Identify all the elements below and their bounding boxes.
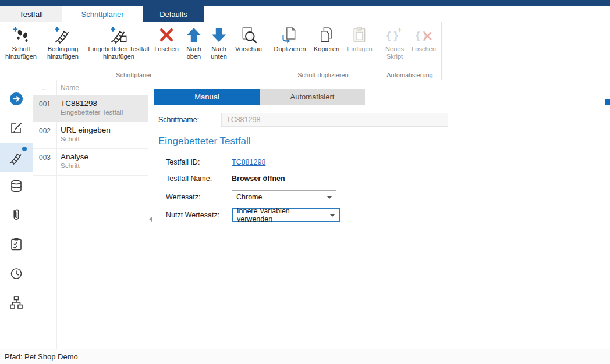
duplicate-icon — [281, 26, 299, 44]
arrow-down-icon — [210, 26, 228, 44]
chevron-down-icon — [330, 214, 335, 217]
ribbon-button-nach-unten[interactable]: Nach unten — [206, 22, 232, 71]
wertesatz-selected-value: Chrome — [236, 193, 262, 201]
schrittname-row: Schrittname: — [158, 113, 610, 127]
ribbon-button-label: Duplizieren — [271, 45, 309, 53]
testfall-id-link[interactable]: TC881298 — [232, 158, 265, 166]
tab-automatisiert[interactable]: Automatisiert — [260, 89, 365, 105]
title-bar — [0, 0, 610, 6]
ribbon-group-label: Automatisierung — [381, 71, 439, 80]
ribbon-group-label: Schritt duplizieren — [271, 71, 375, 80]
column-header-name: Name — [56, 84, 79, 92]
ribbon-group-schrittplaner: Schritt hinzufügen Bedingung hinzufüge — [0, 22, 268, 80]
ribbon-button-label: Eingebetteten Testfall hinzufügen — [86, 45, 151, 60]
hierarchy-icon — [9, 295, 24, 312]
ribbon-button-label: Löschen — [151, 45, 182, 53]
step-list-panel: ... Name 001 TC881298 Eingebetteter Test… — [33, 80, 148, 349]
step-subtitle: Schritt — [61, 135, 111, 142]
step-row-001[interactable]: 001 TC881298 Eingebetteter Testfall — [33, 95, 148, 122]
testfall-name-label: Testfall Name: — [166, 174, 232, 183]
new-script-icon: { } — [386, 26, 403, 44]
column-header-number: ... — [33, 84, 56, 92]
nutzt-wertesatz-dropdown[interactable]: Innere Variablen verwenden — [232, 208, 340, 222]
ribbon-tab-schrittplaner[interactable]: Schrittplaner — [62, 6, 143, 22]
left-icon-sidebar — [0, 80, 33, 349]
step-title: URL eingeben — [61, 126, 111, 134]
wertesatz-dropdown[interactable]: Chrome — [232, 190, 336, 204]
step-subtitle: Schritt — [61, 162, 88, 169]
status-path-text: Pfad: Pet Shop Demo — [5, 352, 78, 361]
ribbon-button-label: Bedingung hinzufügen — [40, 45, 86, 60]
ribbon-button-label: Nach oben — [182, 45, 206, 60]
ribbon-button-kopieren[interactable]: Kopieren — [309, 22, 344, 71]
sidebar-item-attachments[interactable] — [0, 201, 33, 230]
ribbon-button-vorschau[interactable]: Vorschau — [232, 22, 265, 71]
embedded-testcase-add-icon — [110, 26, 127, 44]
sidebar-item-history[interactable] — [0, 259, 33, 288]
condition-track-add-icon — [54, 26, 72, 44]
go-arrow-icon — [9, 91, 24, 108]
svg-text:{ }: { } — [386, 29, 398, 41]
nutzt-wertesatz-selected-value: Innere Variablen verwenden — [237, 207, 327, 223]
ribbon-button-eingebetteten-testfall-hinzufuegen[interactable]: Eingebetteten Testfall hinzufügen — [86, 22, 151, 71]
ribbon-tab-strip: Testfall Schrittplaner Defaults — [0, 6, 610, 22]
step-number: 001 — [33, 95, 56, 122]
ribbon-button-label: Löschen — [409, 45, 439, 53]
arrow-up-icon — [185, 26, 203, 44]
sidebar-item-checklist[interactable] — [0, 230, 33, 259]
field-testfall-name: Testfall Name: Browser öffnen — [166, 172, 610, 185]
preview-magnifier-icon — [240, 26, 257, 44]
field-nutzt-wertesatz: Nutzt Wertesatz: Innere Variablen verwen… — [166, 208, 610, 222]
sidebar-item-hierarchy[interactable] — [0, 288, 33, 317]
ribbon-tab-testfall[interactable]: Testfall — [0, 6, 62, 22]
ribbon-group-label: Schrittplaner — [2, 71, 265, 80]
wertesatz-label: Wertesatz: — [166, 193, 232, 201]
ribbon-button-label: Kopieren — [309, 45, 344, 53]
delete-x-icon — [158, 26, 175, 44]
ribbon-group-automatisierung: { } Neues Skript { } Löschen Automatisie… — [378, 22, 442, 80]
step-subtitle: Eingebetteter Testfall — [61, 109, 123, 116]
checklist-icon — [9, 237, 24, 254]
notification-dot — [22, 147, 27, 151]
ribbon-button-label: Einfügen — [344, 45, 375, 53]
field-wertesatz: Wertesatz: Chrome — [166, 190, 610, 204]
step-number: 003 — [33, 149, 56, 175]
ribbon-button-duplizieren[interactable]: Duplizieren — [271, 22, 309, 71]
step-detail-panel: Manual Automatisiert Schrittname: Eingeb… — [148, 80, 610, 349]
collapse-panel-arrow[interactable] — [149, 216, 152, 222]
step-row-002[interactable]: 002 URL eingeben Schritt — [33, 122, 148, 149]
status-bar: Pfad: Pet Shop Demo — [0, 349, 610, 364]
ribbon-tab-defaults[interactable]: Defaults — [143, 6, 204, 22]
embedded-testcase-form: Testfall ID: TC881298 Testfall Name: Bro… — [166, 155, 610, 222]
field-testfall-id: Testfall ID: TC881298 — [166, 155, 610, 169]
section-title-eingebetteter-testfall: Eingebetteter Testfall — [158, 135, 610, 147]
ribbon-button-einfuegen: Einfügen — [344, 22, 375, 71]
ribbon-button-label: Nach unten — [206, 45, 232, 60]
ribbon-button-bedingung-hinzufuegen[interactable]: Bedingung hinzufügen — [40, 22, 86, 71]
footprints-add-icon — [12, 26, 30, 44]
ribbon-button-label: Neues Skript — [381, 45, 409, 60]
chevron-down-icon — [327, 196, 332, 199]
ribbon-button-schritt-hinzufuegen[interactable]: Schritt hinzufügen — [2, 22, 40, 71]
schrittname-input[interactable] — [221, 113, 448, 127]
tab-manual[interactable]: Manual — [154, 89, 260, 105]
ribbon-button-nach-oben[interactable]: Nach oben — [182, 22, 206, 71]
ribbon-button-neues-skript: { } Neues Skript — [381, 22, 409, 71]
step-row-003[interactable]: 003 Analyse Schritt — [33, 149, 148, 176]
step-number: 002 — [33, 122, 56, 148]
ribbon-button-loeschen[interactable]: Löschen — [151, 22, 182, 71]
sidebar-item-go[interactable] — [0, 85, 33, 114]
nutzt-wertesatz-label: Nutzt Wertesatz: — [166, 211, 232, 219]
sidebar-item-step-planner[interactable] — [0, 143, 33, 172]
step-list-header: ... Name — [33, 80, 148, 95]
ribbon-group-schritt-duplizieren: Duplizieren Kopieren — [268, 22, 378, 80]
delete-script-icon: { } — [415, 26, 432, 44]
schrittname-label: Schrittname: — [158, 116, 221, 124]
ribbon-toolbar: Schritt hinzufügen Bedingung hinzufüge — [0, 22, 610, 80]
testfall-name-value: Browser öffnen — [232, 174, 285, 183]
detail-tab-strip: Manual Automatisiert — [154, 89, 610, 105]
database-icon — [9, 179, 24, 195]
sidebar-item-data[interactable] — [0, 172, 33, 201]
sidebar-item-edit[interactable] — [0, 114, 33, 143]
accent-bar — [605, 99, 610, 105]
